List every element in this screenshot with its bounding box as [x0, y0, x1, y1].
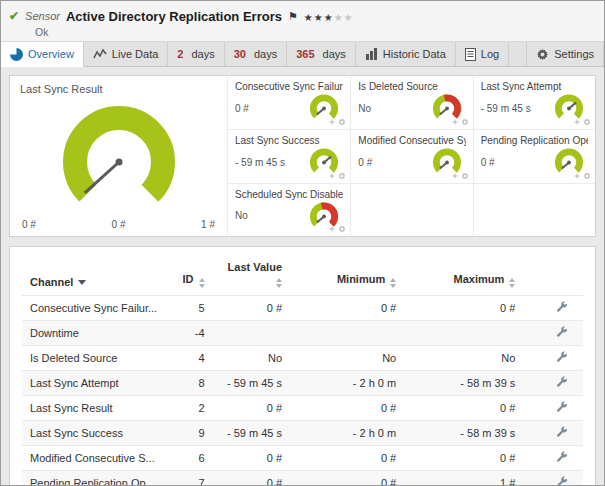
gauge-title: Modified Consecutive Sync F... [358, 135, 465, 146]
channel-name[interactable]: Last Sync Success [22, 421, 171, 446]
channel-gauge-is-deleted-source[interactable]: Is Deleted Source No [350, 76, 472, 129]
gauge-value: 0 # [358, 157, 372, 168]
table-row: Downtime -4 [22, 321, 583, 346]
channel-gauge-settings-icon[interactable] [573, 172, 591, 180]
tab-label: Settings [554, 48, 594, 60]
channel-id: 4 [171, 346, 213, 371]
table-row: Last Sync Success 9 - 59 m 45 s - 2 h 0 … [22, 421, 583, 446]
channel-last-value: - 59 m 45 s [213, 371, 290, 396]
channel-last-value: - 59 m 45 s [213, 421, 290, 446]
tab-live-data[interactable]: Live Data [84, 42, 168, 66]
tab-label: Log [481, 48, 499, 60]
sort-arrows-icon[interactable] [199, 278, 205, 288]
wrench-icon[interactable] [555, 475, 569, 486]
wrench-icon[interactable] [555, 425, 569, 439]
channel-name[interactable]: Last Sync Attempt [22, 371, 171, 396]
tab-label: days [323, 48, 346, 60]
gauge-title: Scheduled Sync Disabled [235, 189, 343, 200]
channel-gauge-scheduled-sync-disabled[interactable]: Scheduled Sync Disabled No [228, 183, 350, 236]
gauge-value: No [235, 210, 248, 221]
channel-last-value: No [213, 346, 290, 371]
channel-minimum: - 2 h 0 m [290, 421, 404, 446]
favorite-flag-icon[interactable]: ⚑ [288, 10, 298, 23]
wrench-icon[interactable] [555, 450, 569, 464]
channel-gauge-modified-consecutive-sync[interactable]: Modified Consecutive Sync F... 0 # [350, 129, 472, 182]
wrench-icon[interactable] [555, 400, 569, 414]
tab-bar: Overview Live Data 2 days 30 days 365 da… [1, 41, 604, 67]
column-header-tools [523, 255, 583, 296]
table-row: Last Sync Attempt 8 - 59 m 45 s - 2 h 0 … [22, 371, 583, 396]
tab-day-number: 365 [296, 48, 314, 60]
channel-gauge-pending-replication-operations[interactable]: Pending Replication Operatio... 0 # [473, 129, 595, 182]
channels-table: Channel ID Last Value Minimum Maximum Co… [22, 255, 583, 486]
channels-table-panel: Channel ID Last Value Minimum Maximum Co… [9, 246, 596, 486]
gauge-min-label: 0 # [22, 219, 36, 230]
tab-log[interactable]: Log [456, 42, 509, 66]
column-header-minimum[interactable]: Minimum [290, 255, 404, 296]
sensor-page: ✔ Sensor Active Directory Replication Er… [0, 0, 605, 486]
channel-minimum: No [290, 346, 404, 371]
channel-name[interactable]: Last Sync Result [22, 396, 171, 421]
sort-arrows-icon[interactable] [276, 278, 282, 288]
table-row: Pending Replication Op... 7 0 # 0 # 1 # [22, 471, 583, 486]
channel-gauge-settings-icon[interactable] [451, 118, 469, 126]
channel-gauge-settings-icon[interactable] [328, 118, 346, 126]
tab-overview[interactable]: Overview [1, 42, 84, 67]
channel-gauge-settings-icon[interactable] [573, 118, 591, 126]
sort-arrows-icon[interactable] [509, 278, 515, 288]
channel-name[interactable]: Pending Replication Op... [22, 471, 171, 486]
channel-minimum: 0 # [290, 446, 404, 471]
column-header-maximum[interactable]: Maximum [404, 255, 523, 296]
tab-label: Historic Data [383, 48, 446, 60]
channel-name[interactable]: Consecutive Sync Failur... [22, 296, 171, 321]
tab-label: Overview [28, 48, 74, 60]
tab-365-days[interactable]: 365 days [287, 42, 356, 66]
channel-name[interactable]: Modified Consecutive S... [22, 446, 171, 471]
tab-historic-data[interactable]: Historic Data [356, 42, 456, 66]
column-header-last-value[interactable]: Last Value [213, 255, 290, 296]
gauge-arc [56, 104, 180, 210]
channel-id: 7 [171, 471, 213, 486]
wrench-icon[interactable] [555, 325, 569, 339]
tab-30-days[interactable]: 30 days [225, 42, 288, 66]
channel-id: -4 [171, 321, 213, 346]
star-empty-icon[interactable]: ★★ [334, 12, 354, 23]
wrench-icon[interactable] [555, 350, 569, 364]
column-header-channel[interactable]: Channel [22, 255, 171, 296]
channel-name[interactable]: Downtime [22, 321, 171, 346]
channel-id: 5 [171, 296, 213, 321]
channel-id: 2 [171, 396, 213, 421]
wrench-icon[interactable] [555, 300, 569, 314]
gauge-value: - 59 m 45 s [481, 103, 531, 114]
star-filled-icon[interactable]: ★★★ [304, 12, 334, 23]
tab-settings[interactable]: Settings [526, 42, 604, 66]
gauge-title: Last Sync Attempt [481, 81, 588, 92]
channel-name[interactable]: Is Deleted Source [22, 346, 171, 371]
document-icon [465, 48, 476, 61]
sort-arrows-icon[interactable] [390, 278, 396, 288]
column-header-id[interactable]: ID [171, 255, 213, 296]
gauge-title: Is Deleted Source [358, 81, 465, 92]
channel-id: 6 [171, 446, 213, 471]
gauge-max-label: 1 # [201, 219, 215, 230]
wrench-icon[interactable] [555, 375, 569, 389]
gauge-grid-filler [473, 183, 595, 236]
channel-gauge-settings-icon[interactable] [451, 172, 469, 180]
gauge-title: Last Sync Result [20, 83, 217, 95]
priority-stars[interactable]: ★★★★★ [304, 7, 354, 25]
channel-maximum: 0 # [404, 446, 523, 471]
channel-minimum: 0 # [290, 296, 404, 321]
channel-gauge-settings-icon[interactable] [328, 172, 346, 180]
status-badge: Ok [35, 26, 596, 38]
channel-gauge-settings-icon[interactable] [328, 225, 346, 233]
gear-icon [536, 48, 549, 61]
channel-gauge-last-sync-attempt[interactable]: Last Sync Attempt - 59 m 45 s [473, 76, 595, 129]
tab-day-number: 2 [177, 48, 183, 60]
tab-2-days[interactable]: 2 days [168, 42, 224, 66]
channel-gauge-last-sync-success[interactable]: Last Sync Success - 59 m 45 s [228, 129, 350, 182]
overview-content: Last Sync Result 0 # 0 # 1 # [1, 67, 604, 486]
channel-last-value: 0 # [213, 296, 290, 321]
channel-maximum: - 58 m 39 s [404, 421, 523, 446]
tab-label: days [191, 48, 214, 60]
channel-gauge-consecutive-sync-failures[interactable]: Consecutive Sync Failures 0 # [228, 76, 350, 129]
